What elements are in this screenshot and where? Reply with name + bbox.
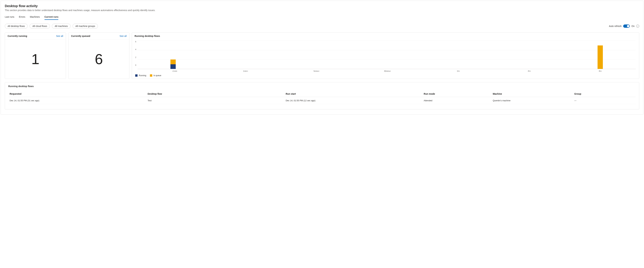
bar-5mins+: [313, 41, 318, 69]
filter-all-desktop-flows[interactable]: All desktop flows: [5, 24, 28, 28]
table-row[interactable]: Dec 14, 01:55 PM (31 sec ago)TestDec 14,…: [8, 97, 636, 104]
col-group[interactable]: Group: [573, 91, 636, 97]
table-header-row: RequestedDesktop flowRun startRun modeMa…: [8, 91, 636, 97]
running-flows-chart-card: Running desktop flows 6420 <1min1min+5mi…: [132, 32, 639, 79]
legend-running-swatch: [135, 74, 138, 77]
y-tick: 0: [135, 64, 136, 66]
tab-last-runs[interactable]: Last runs: [5, 14, 14, 20]
legend-queue: In queue: [150, 74, 161, 77]
chart-x-axis: <1min1min+5mins+30mins+1h+2h+3h+: [135, 70, 636, 72]
x-tick: 2h+: [524, 70, 534, 72]
x-tick: 1h+: [454, 70, 463, 72]
currently-queued-value: 6: [68, 40, 129, 79]
cards-row: Currently running See all 1 Currently qu…: [5, 32, 639, 79]
currently-running-value: 1: [5, 40, 66, 79]
table-body: Dec 14, 01:55 PM (31 sec ago)TestDec 14,…: [8, 97, 636, 104]
bar-segment-queue: [598, 46, 603, 69]
chart-plot: [138, 41, 636, 69]
bar-segment-running: [170, 64, 176, 69]
chart-y-axis: 6420: [135, 41, 138, 69]
bar-1min+: [242, 41, 247, 69]
cell-machine: Quentin's machine: [492, 97, 573, 104]
legend-queue-label: In queue: [154, 74, 161, 77]
legend-running: Running: [135, 74, 146, 77]
filter-all-machine-groups[interactable]: All machine groups: [72, 24, 98, 28]
chart-area: 6420: [135, 41, 636, 69]
cell-start: Dec 14, 01:55 PM (12 sec ago): [284, 97, 422, 104]
tab-current-runs[interactable]: Current runs: [44, 14, 58, 20]
x-tick: 1min+: [241, 70, 250, 72]
x-tick: 30mins+: [382, 70, 392, 72]
auto-refresh-label: Auto refresh: [609, 25, 622, 28]
cell-mode: Attended: [422, 97, 492, 104]
currently-running-title: Currently running: [8, 35, 27, 37]
info-icon[interactable]: i: [636, 24, 639, 28]
auto-refresh-state: On: [632, 25, 634, 28]
auto-refresh-group: Auto refresh On i: [609, 24, 639, 28]
chart-legend: Running In queue: [135, 74, 636, 77]
tab-machines[interactable]: Machines: [30, 14, 40, 20]
bar-30mins+: [384, 41, 389, 69]
legend-running-label: Running: [139, 74, 146, 77]
y-tick: 2: [135, 56, 136, 58]
y-tick: 6: [135, 41, 136, 43]
auto-refresh-toggle[interactable]: [623, 24, 630, 28]
chart-bars: [138, 41, 636, 69]
y-tick: 4: [135, 48, 136, 50]
filter-all-cloud-flows[interactable]: All cloud flows: [30, 24, 50, 28]
col-requested[interactable]: Requested: [8, 91, 146, 97]
filter-row: All desktop flowsAll cloud flowsAll mach…: [5, 24, 639, 28]
x-tick: <1min: [170, 70, 180, 72]
cell-group: —: [573, 97, 636, 104]
chart-wrap: 6420 <1min1min+5mins+30mins+1h+2h+3h+ Ru…: [132, 39, 639, 79]
bar-1h+: [455, 41, 460, 69]
page-subtitle: This section provides data to better und…: [5, 9, 639, 12]
currently-queued-card: Currently queued See all 6: [68, 32, 130, 79]
col-run-start[interactable]: Run start: [284, 91, 422, 97]
currently-queued-title: Currently queued: [71, 35, 90, 37]
see-all-queued[interactable]: See all: [120, 35, 126, 37]
col-machine[interactable]: Machine: [492, 91, 573, 97]
x-tick: 5mins+: [312, 70, 322, 72]
page-container: Desktop flow activity This section provi…: [1, 1, 643, 114]
cell-flow: Test: [146, 97, 284, 104]
col-desktop-flow[interactable]: Desktop flow: [146, 91, 284, 97]
bar-2h+: [526, 41, 532, 69]
table-title: Running desktop flows: [8, 85, 636, 88]
bar-segment-queue: [170, 60, 176, 64]
currently-running-card: Currently running See all 1: [5, 32, 66, 79]
running-flows-table-card: Running desktop flows RequestedDesktop f…: [5, 82, 639, 110]
filter-pills: All desktop flowsAll cloud flowsAll mach…: [5, 24, 98, 28]
tabs-bar: Last runsErrorsMachinesCurrent runs: [5, 14, 639, 20]
bar-3h+: [598, 41, 603, 69]
cell-requested: Dec 14, 01:55 PM (31 sec ago): [8, 97, 146, 104]
tab-errors[interactable]: Errors: [19, 14, 25, 20]
bar-<1min: [170, 41, 176, 69]
running-flows-table: RequestedDesktop flowRun startRun modeMa…: [8, 91, 636, 104]
filter-all-machines[interactable]: All machines: [52, 24, 70, 28]
chart-title: Running desktop flows: [134, 35, 160, 37]
legend-queue-swatch: [150, 74, 152, 77]
col-run-mode[interactable]: Run mode: [422, 91, 492, 97]
page-title: Desktop flow activity: [5, 4, 639, 8]
x-tick: 3h+: [595, 70, 605, 72]
see-all-running[interactable]: See all: [56, 35, 63, 37]
